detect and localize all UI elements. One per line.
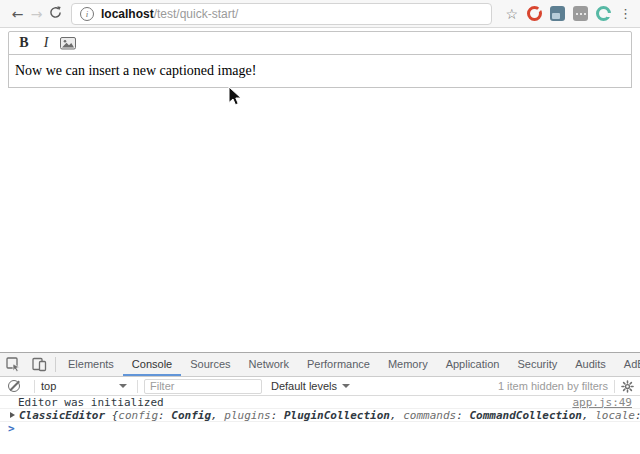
editor-toolbar: B I bbox=[8, 31, 632, 55]
console-object-row: ClassicEditor {config: Config, plugins: … bbox=[0, 409, 640, 422]
console-toolbar: top Default levels 1 item hidden by filt… bbox=[0, 377, 640, 396]
forward-icon[interactable]: → bbox=[27, 6, 46, 22]
source-link[interactable]: app.js:49 bbox=[572, 396, 632, 409]
tab-security[interactable]: Security bbox=[508, 353, 566, 376]
hidden-items-status: 1 item hidden by filters bbox=[498, 380, 608, 392]
execution-context-select[interactable]: top bbox=[41, 380, 127, 392]
tab-elements[interactable]: Elements bbox=[59, 353, 123, 376]
url-path: /test/quick-start/ bbox=[154, 7, 239, 21]
divider bbox=[55, 357, 56, 372]
console-prompt-row[interactable]: > bbox=[0, 422, 640, 435]
console-messages: Editor was initialized app.js:49 Classic… bbox=[0, 396, 640, 435]
devtools-tab-bar: Elements Console Sources Network Perform… bbox=[0, 353, 640, 377]
bold-button[interactable]: B bbox=[13, 33, 35, 53]
extension-green-ring-icon[interactable] bbox=[596, 6, 611, 21]
browser-menu-icon[interactable]: ⋮ bbox=[619, 6, 632, 21]
device-toolbar-button[interactable] bbox=[26, 353, 52, 376]
console-prompt-chevron: > bbox=[8, 422, 15, 435]
divider bbox=[34, 380, 35, 393]
inspect-cursor-icon bbox=[6, 357, 21, 372]
divider bbox=[137, 380, 138, 393]
mouse-cursor bbox=[228, 86, 242, 106]
tab-console[interactable]: Console bbox=[123, 353, 181, 376]
log-levels-label: Default levels bbox=[271, 380, 337, 392]
divider bbox=[614, 380, 615, 393]
extension-ellipsis-icon[interactable] bbox=[573, 6, 588, 21]
extension-window-icon[interactable] bbox=[550, 6, 565, 21]
browser-window: ← → i localhost /test/quick-start/ ☆ ⋮ B… bbox=[0, 0, 640, 454]
console-settings-gear-icon[interactable] bbox=[621, 380, 634, 393]
italic-button[interactable]: I bbox=[35, 33, 57, 53]
inspect-element-button[interactable] bbox=[0, 353, 26, 376]
reload-icon[interactable] bbox=[46, 6, 65, 22]
address-bar[interactable]: i localhost /test/quick-start/ bbox=[71, 3, 492, 25]
device-toolbar-icon bbox=[32, 357, 47, 372]
log-levels-select[interactable]: Default levels bbox=[271, 380, 350, 392]
tab-application[interactable]: Application bbox=[437, 353, 509, 376]
back-icon[interactable]: ← bbox=[8, 6, 27, 22]
log-message: Editor was initialized bbox=[18, 396, 164, 409]
editor-content-area[interactable]: Now we can insert a new captioned image! bbox=[8, 54, 632, 88]
image-icon bbox=[60, 37, 76, 50]
site-info-icon[interactable]: i bbox=[80, 7, 94, 21]
tab-network[interactable]: Network bbox=[240, 353, 298, 376]
browser-toolbar: ← → i localhost /test/quick-start/ ☆ ⋮ bbox=[0, 0, 640, 28]
chevron-down-icon bbox=[342, 384, 350, 388]
editor-paragraph: Now we can insert a new captioned image! bbox=[15, 63, 256, 79]
tab-audits[interactable]: Audits bbox=[566, 353, 615, 376]
extension-red-circle-icon[interactable] bbox=[527, 6, 542, 21]
bookmark-star-icon[interactable]: ☆ bbox=[505, 6, 518, 22]
clear-console-icon[interactable] bbox=[8, 380, 20, 392]
tab-performance[interactable]: Performance bbox=[298, 353, 379, 376]
tab-adblock[interactable]: AdBlock bbox=[615, 353, 640, 376]
console-filter-input[interactable] bbox=[144, 379, 262, 394]
console-log-row: Editor was initialized app.js:49 bbox=[0, 396, 640, 409]
expand-triangle-icon[interactable] bbox=[10, 412, 15, 418]
chevron-down-icon bbox=[119, 384, 127, 388]
insert-image-button[interactable] bbox=[57, 33, 79, 53]
object-class-name: ClassicEditor bbox=[19, 409, 105, 422]
devtools-panel: Elements Console Sources Network Perform… bbox=[0, 352, 640, 454]
tab-sources[interactable]: Sources bbox=[181, 353, 239, 376]
context-label: top bbox=[41, 380, 56, 392]
url-host: localhost bbox=[101, 7, 154, 21]
tab-memory[interactable]: Memory bbox=[379, 353, 437, 376]
